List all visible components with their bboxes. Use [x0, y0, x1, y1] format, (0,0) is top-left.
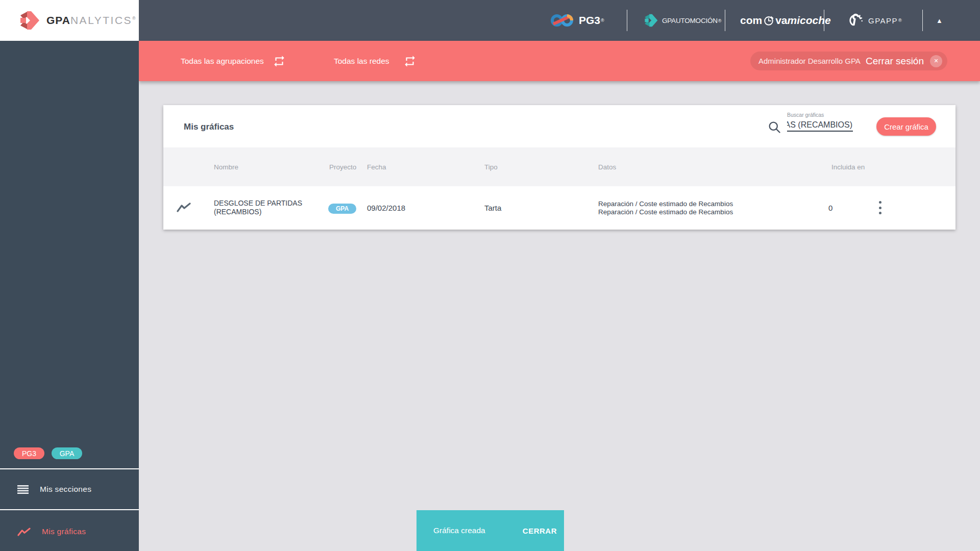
included-in-count: 0	[828, 204, 832, 212]
comprova-part1: com	[740, 14, 762, 27]
app-pg3-logo[interactable]: PG3®	[550, 12, 604, 29]
table-header: Nombre Proyecto Fecha Tipo Datos Incluid…	[163, 147, 955, 186]
sidebar: PG3 GPA Mis secciones Mis gráficas	[0, 41, 139, 551]
search-floating-label: Buscar gráficas	[787, 112, 853, 118]
pg3-infinity-icon	[550, 12, 574, 29]
col-incluida-en: Incluida en	[831, 163, 865, 171]
chart-datasets: Reparación / Coste estimado de Recambios…	[598, 200, 733, 216]
gpautomocion-reg: ®	[718, 18, 722, 23]
networks-selector[interactable]: Todas las redes	[334, 57, 389, 66]
brand-wordmark: GPANALYTICS®	[46, 14, 136, 27]
snackbar-message: Gráfica creada	[433, 526, 523, 535]
row-menu-button[interactable]	[875, 200, 885, 215]
sidebar-item-secciones[interactable]: Mis secciones	[0, 469, 139, 509]
top-header: GPANALYTICS® PG3® GPAUTOMOCIÓN® com	[0, 0, 980, 41]
gpapp-label: GPAPP	[868, 16, 898, 25]
pg3-label: PG3	[579, 14, 600, 27]
app-comprova-logo[interactable]: com vamicoche	[740, 14, 831, 27]
col-tipo: Tipo	[484, 163, 498, 171]
clock-icon	[763, 15, 774, 26]
logout-button[interactable]: Cerrar sesión	[866, 56, 924, 67]
gpa-arrow-icon	[19, 10, 40, 31]
comprova-part2: va	[775, 14, 787, 27]
gpa-analytics-logo[interactable]: GPANALYTICS®	[0, 0, 139, 41]
app-gpapp-logo[interactable]: GPAPP®	[848, 13, 902, 28]
sidebar-badges: PG3 GPA	[14, 447, 82, 459]
search-value: IDAS (RECAMBIOS)	[787, 120, 852, 130]
gpa-badge: GPA	[52, 447, 82, 459]
user-name: Administrador Desarrollo GPA	[758, 57, 866, 65]
header-separator	[922, 10, 923, 31]
header-separator	[725, 10, 725, 31]
app-gpautomocion-logo[interactable]: GPAUTOMOCIÓN®	[644, 14, 722, 28]
chart-name: DESGLOSE DE PARTIDAS (RECAMBIOS)	[214, 199, 303, 216]
chart-type-icon	[177, 202, 191, 213]
col-proyecto: Proyecto	[329, 163, 356, 171]
page-title: Mis gráficas	[184, 122, 234, 132]
sidebar-item-label: Mis gráficas	[42, 527, 86, 536]
col-fecha: Fecha	[367, 163, 386, 171]
table-row[interactable]: DESGLOSE DE PARTIDAS (RECAMBIOS) GPA 09/…	[163, 186, 955, 230]
search-icon[interactable]	[767, 120, 781, 134]
col-datos: Datos	[598, 163, 616, 171]
snackbar-close-button[interactable]: CERRAR	[523, 527, 557, 535]
swap-groupings-icon[interactable]	[273, 55, 286, 68]
search-input[interactable]: Buscar gráficas IDAS (RECAMBIOS)	[787, 112, 853, 132]
col-nombre: Nombre	[214, 163, 238, 171]
project-badge: GPA	[328, 204, 356, 214]
sidebar-item-graficas[interactable]: Mis gráficas	[0, 510, 139, 551]
user-session-pill: Administrador Desarrollo GPA Cerrar sesi…	[750, 52, 947, 70]
pg3-reg: ®	[601, 18, 604, 23]
dataset-line: Reparación / Coste estimado de Recambios	[598, 208, 733, 216]
sidebar-item-label: Mis secciones	[40, 485, 91, 494]
gpapp-reg: ®	[898, 18, 902, 23]
header-separator	[627, 10, 627, 31]
gpautomocion-arrow-icon	[644, 14, 658, 28]
chart-type: Tarta	[484, 204, 501, 212]
collapse-header-button[interactable]: ▲	[936, 17, 943, 24]
charts-card: Mis gráficas Buscar gráficas IDAS (RECAM…	[163, 105, 955, 230]
pg3-badge: PG3	[14, 447, 44, 459]
dataset-line: Reparación / Coste estimado de Recambios	[598, 200, 733, 208]
groupings-selector[interactable]: Todas las agrupaciones	[181, 57, 264, 66]
sections-menu-icon	[17, 485, 29, 494]
header-separator	[824, 10, 824, 31]
swap-networks-icon[interactable]	[403, 55, 416, 68]
filter-bar: Todas las agrupaciones Todas las redes A…	[139, 41, 980, 81]
screen: GPANALYTICS® PG3® GPAUTOMOCIÓN® com	[0, 0, 980, 551]
chart-date: 09/02/2018	[367, 204, 405, 212]
create-chart-button[interactable]: Crear gráfica	[876, 117, 936, 136]
gpapp-wrench-icon	[848, 13, 864, 28]
gpautomocion-label: GPAUTOMOCIÓN	[662, 17, 718, 24]
snackbar: Gráfica creada CERRAR	[416, 510, 564, 551]
logout-close-icon[interactable]: ✕	[930, 55, 942, 67]
line-chart-icon	[17, 527, 31, 537]
